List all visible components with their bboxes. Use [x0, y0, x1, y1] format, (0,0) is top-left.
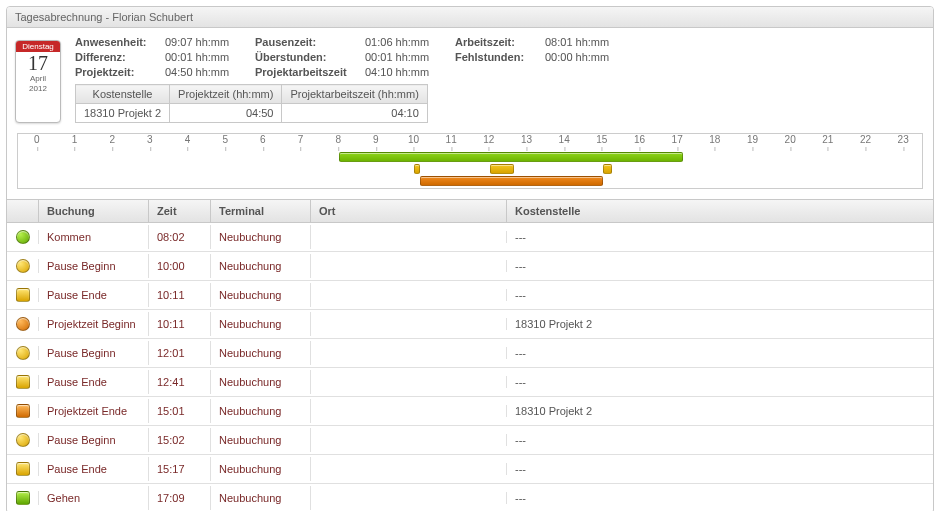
label-pausenzeit: Pausenzeit: — [255, 36, 365, 48]
timeline-tick: 16 — [634, 134, 645, 145]
cc-cell-pz: 04:50 — [170, 104, 282, 123]
bookings-grid: Buchung Zeit Terminal Ort Kostenstelle K… — [7, 199, 933, 511]
status-dot-green-icon — [16, 230, 30, 244]
cell-booking: Gehen — [39, 486, 149, 510]
cell-icon — [7, 462, 39, 476]
timeline-tick: 15 — [596, 134, 607, 145]
timeline-bar-orange — [420, 176, 602, 186]
cell-ort — [311, 463, 507, 475]
cell-terminal: Neubuchung — [211, 341, 311, 365]
cell-booking: Pause Beginn — [39, 254, 149, 278]
cc-cell-cc: 18310 Projekt 2 — [76, 104, 170, 123]
grid-header-booking[interactable]: Buchung — [39, 200, 149, 222]
cell-time: 08:02 — [149, 225, 211, 249]
table-row[interactable]: Pause Ende10:11Neubuchung--- — [7, 281, 933, 310]
costcenter-table: Kostenstelle Projektzeit (hh:mm) Projekt… — [75, 84, 428, 123]
cell-time: 10:11 — [149, 312, 211, 336]
cell-costcenter: --- — [507, 254, 933, 278]
timeline-tick: 20 — [785, 134, 796, 145]
grid-header-cc[interactable]: Kostenstelle — [507, 200, 933, 222]
label-ueberstunden: Überstunden: — [255, 51, 365, 63]
label-projektzeit: Projektzeit: — [75, 66, 165, 78]
cell-time: 12:01 — [149, 341, 211, 365]
cc-cell-paz: 04:10 — [282, 104, 427, 123]
cell-terminal: Neubuchung — [211, 225, 311, 249]
timeline-tick: 23 — [898, 134, 909, 145]
cell-booking: Pause Ende — [39, 457, 149, 481]
cell-icon — [7, 375, 39, 389]
timeline-tick: 21 — [822, 134, 833, 145]
value-projektarbeitszeit: 04:10 hh:mm — [365, 66, 455, 78]
calendar-day: 17 — [16, 52, 60, 74]
page-title: Tagesabrechnung - Florian Schubert — [7, 7, 933, 28]
label-anwesenheit: Anwesenheit: — [75, 36, 165, 48]
timeline-tick: 13 — [521, 134, 532, 145]
table-row[interactable]: Projektzeit Ende15:01Neubuchung18310 Pro… — [7, 397, 933, 426]
cell-costcenter: --- — [507, 428, 933, 452]
timeline-tick: 22 — [860, 134, 871, 145]
cell-terminal: Neubuchung — [211, 283, 311, 307]
cell-ort — [311, 405, 507, 417]
summary-area: Dienstag 17 April 2012 Anwesenheit: 09:0… — [7, 28, 933, 127]
status-dot-yellow-icon — [16, 433, 30, 447]
table-row[interactable]: Pause Beginn10:00Neubuchung--- — [7, 252, 933, 281]
cell-booking: Kommen — [39, 225, 149, 249]
grid-header-terminal[interactable]: Terminal — [211, 200, 311, 222]
table-row[interactable]: Projektzeit Beginn10:11Neubuchung18310 P… — [7, 310, 933, 339]
cell-ort — [311, 376, 507, 388]
status-square-yellow-icon — [16, 288, 30, 302]
table-row[interactable]: Pause Ende15:17Neubuchung--- — [7, 455, 933, 484]
cell-booking: Projektzeit Beginn — [39, 312, 149, 336]
timeline-tick: 19 — [747, 134, 758, 145]
grid-header-time[interactable]: Zeit — [149, 200, 211, 222]
cell-time: 15:02 — [149, 428, 211, 452]
calendar-dow: Dienstag — [16, 41, 60, 52]
cell-icon — [7, 491, 39, 505]
cc-header-paz[interactable]: Projektarbeitszeit (hh:mm) — [282, 85, 427, 104]
table-row[interactable]: Pause Beginn15:02Neubuchung--- — [7, 426, 933, 455]
value-differenz: 00:01 hh:mm — [165, 51, 255, 63]
cell-costcenter: --- — [507, 283, 933, 307]
timeline-tick: 4 — [185, 134, 191, 145]
grid-header-ort[interactable]: Ort — [311, 200, 507, 222]
status-dot-yellow-icon — [16, 259, 30, 273]
costcenter-row[interactable]: 18310 Projekt 204:5004:10 — [76, 104, 428, 123]
cell-costcenter: --- — [507, 370, 933, 394]
cell-ort — [311, 492, 507, 504]
cell-ort — [311, 434, 507, 446]
timeline-tick: 10 — [408, 134, 419, 145]
value-fehlstunden: 00:00 hh:mm — [545, 51, 635, 63]
cell-time: 15:01 — [149, 399, 211, 423]
cell-icon — [7, 317, 39, 331]
table-row[interactable]: Pause Beginn12:01Neubuchung--- — [7, 339, 933, 368]
cell-ort — [311, 318, 507, 330]
cell-booking: Pause Beginn — [39, 428, 149, 452]
cc-header-pz[interactable]: Projektzeit (hh:mm) — [170, 85, 282, 104]
timeline-tick: 3 — [147, 134, 153, 145]
timeline-tick: 18 — [709, 134, 720, 145]
cell-terminal: Neubuchung — [211, 457, 311, 481]
cell-time: 10:11 — [149, 283, 211, 307]
status-dot-yellow-icon — [16, 346, 30, 360]
timeline-bar-green — [339, 152, 683, 162]
value-ueberstunden: 00:01 hh:mm — [365, 51, 455, 63]
cell-ort — [311, 231, 507, 243]
cell-costcenter: --- — [507, 225, 933, 249]
cell-icon — [7, 259, 39, 273]
cc-header-cc[interactable]: Kostenstelle — [76, 85, 170, 104]
table-row[interactable]: Gehen17:09Neubuchung--- — [7, 484, 933, 511]
timeline-bar-yellow — [490, 164, 515, 174]
cell-costcenter: 18310 Projekt 2 — [507, 399, 933, 423]
cell-ort — [311, 347, 507, 359]
status-square-orange-icon — [16, 404, 30, 418]
timeline-tick: 14 — [559, 134, 570, 145]
cell-ort — [311, 260, 507, 272]
table-row[interactable]: Kommen08:02Neubuchung--- — [7, 223, 933, 252]
timeline-bar-yellow — [603, 164, 612, 174]
value-projektzeit: 04:50 hh:mm — [165, 66, 255, 78]
table-row[interactable]: Pause Ende12:41Neubuchung--- — [7, 368, 933, 397]
cell-costcenter: --- — [507, 341, 933, 365]
timeline: 01234567891011121314151617181920212223 — [17, 133, 923, 189]
cell-terminal: Neubuchung — [211, 254, 311, 278]
grid-header-icon — [7, 200, 39, 222]
